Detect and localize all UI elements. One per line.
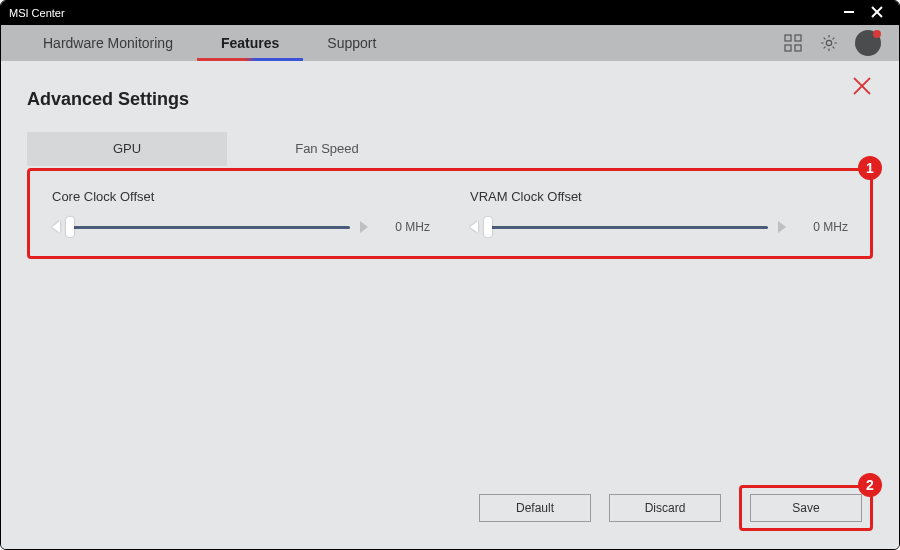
core-clock-group: Core Clock Offset 0 MHz bbox=[52, 189, 430, 234]
vram-clock-decrement[interactable] bbox=[470, 221, 478, 233]
settings-button[interactable] bbox=[815, 29, 843, 57]
vram-clock-thumb[interactable] bbox=[484, 217, 492, 237]
window-title: MSI Center bbox=[9, 7, 65, 19]
footer-buttons: Default Discard 2 Save bbox=[27, 485, 873, 531]
gear-icon bbox=[819, 33, 839, 53]
svg-point-7 bbox=[826, 40, 831, 45]
apps-grid-button[interactable] bbox=[779, 29, 807, 57]
grid-icon bbox=[784, 34, 802, 52]
page-title: Advanced Settings bbox=[27, 89, 873, 110]
svg-rect-3 bbox=[785, 35, 791, 41]
save-button[interactable]: Save bbox=[750, 494, 862, 522]
titlebar: MSI Center bbox=[1, 1, 899, 25]
subtab-fan-speed[interactable]: Fan Speed bbox=[227, 132, 427, 166]
discard-button[interactable]: Discard bbox=[609, 494, 721, 522]
user-avatar[interactable] bbox=[855, 30, 881, 56]
core-clock-slider-row: 0 MHz bbox=[52, 220, 430, 234]
svg-rect-6 bbox=[795, 45, 801, 51]
save-button-highlight: 2 Save bbox=[739, 485, 873, 531]
svg-rect-4 bbox=[795, 35, 801, 41]
top-nav: Hardware Monitoring Features Support bbox=[1, 25, 899, 61]
vram-clock-increment[interactable] bbox=[778, 221, 786, 233]
tab-hardware-monitoring[interactable]: Hardware Monitoring bbox=[19, 25, 197, 61]
vram-clock-group: VRAM Clock Offset 0 MHz bbox=[470, 189, 848, 234]
svg-rect-5 bbox=[785, 45, 791, 51]
vram-clock-track[interactable] bbox=[488, 226, 768, 229]
vram-clock-label: VRAM Clock Offset bbox=[470, 189, 848, 204]
close-x-icon bbox=[851, 75, 873, 97]
annotation-badge-1: 1 bbox=[858, 156, 882, 180]
close-window-button[interactable] bbox=[863, 5, 891, 21]
tab-support[interactable]: Support bbox=[303, 25, 400, 61]
app-window: MSI Center Hardware Monitoring Features … bbox=[0, 0, 900, 550]
core-clock-label: Core Clock Offset bbox=[52, 189, 430, 204]
minimize-button[interactable] bbox=[835, 6, 863, 20]
close-icon bbox=[870, 5, 884, 19]
content-area: Advanced Settings GPU Fan Speed 1 Core C… bbox=[1, 61, 899, 549]
subtabs: GPU Fan Speed bbox=[27, 132, 873, 166]
core-clock-increment[interactable] bbox=[360, 221, 368, 233]
tab-features[interactable]: Features bbox=[197, 25, 303, 61]
clock-offset-panel: 1 Core Clock Offset 0 MHz VRAM Clock Off… bbox=[27, 168, 873, 259]
default-button[interactable]: Default bbox=[479, 494, 591, 522]
subtab-gpu[interactable]: GPU bbox=[27, 132, 227, 166]
core-clock-decrement[interactable] bbox=[52, 221, 60, 233]
annotation-badge-2: 2 bbox=[858, 473, 882, 497]
core-clock-thumb[interactable] bbox=[66, 217, 74, 237]
close-panel-button[interactable] bbox=[851, 75, 873, 101]
minimize-icon bbox=[843, 6, 855, 18]
vram-clock-slider-row: 0 MHz bbox=[470, 220, 848, 234]
vram-clock-value: 0 MHz bbox=[796, 220, 848, 234]
core-clock-value: 0 MHz bbox=[378, 220, 430, 234]
core-clock-track[interactable] bbox=[70, 226, 350, 229]
